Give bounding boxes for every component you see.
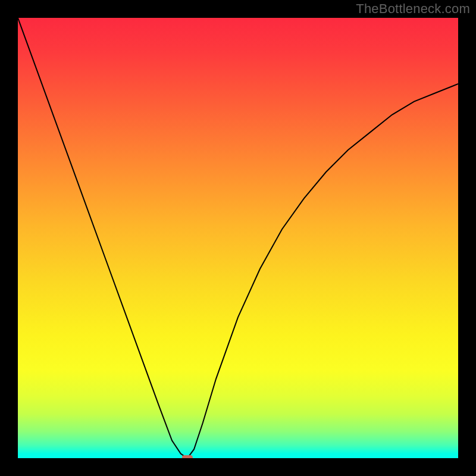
bottleneck-curve: [18, 18, 458, 458]
watermark-text: TheBottleneck.com: [356, 1, 470, 17]
optimal-point-marker: [182, 455, 193, 458]
curve-layer: [18, 18, 458, 458]
plot-area: [18, 18, 458, 458]
chart-frame: TheBottleneck.com: [0, 0, 476, 476]
